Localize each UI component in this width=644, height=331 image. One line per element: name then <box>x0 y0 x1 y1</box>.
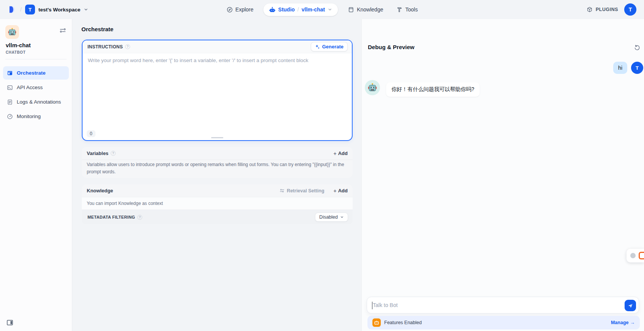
retrieval-setting-button[interactable]: Retrieval Setting <box>280 188 324 193</box>
app-operations-icon[interactable] <box>60 27 66 34</box>
restart-conversation-icon[interactable] <box>634 44 641 51</box>
robot-icon <box>269 6 275 13</box>
window-layout-icon <box>7 70 13 76</box>
app-avatar[interactable] <box>5 25 19 39</box>
sidebar-item-logs-annotations[interactable]: Logs & Annotations <box>3 95 69 109</box>
arrow-right-icon: → <box>630 320 635 325</box>
sidebar-item-label: Monitoring <box>17 114 41 119</box>
nav-plugins-label: PLUGINS <box>596 7 618 12</box>
nav-explore[interactable]: Explore <box>222 6 258 13</box>
nav-studio-label: Studio <box>278 6 295 13</box>
slash-separator: / <box>297 6 299 13</box>
workspace-name[interactable]: test's Workspace <box>38 7 80 13</box>
package-icon <box>587 6 593 13</box>
explore-icon <box>226 6 233 13</box>
user-chat-avatar: T <box>631 62 643 74</box>
terminal-icon <box>7 85 13 91</box>
sidebar-item-label: API Access <box>17 85 43 90</box>
assistant-message-bubble: 你好！有什么问题我可以帮助你吗? <box>386 82 480 97</box>
plus-icon: + <box>334 150 337 157</box>
nav-tools[interactable]: Tools <box>391 6 422 13</box>
help-icon[interactable]: ? <box>137 215 142 220</box>
add-variable-label: Add <box>338 150 348 156</box>
retrieval-sliders-icon <box>280 188 285 193</box>
robot-emoji-icon <box>367 83 377 93</box>
variables-panel: Variables ? + Add Variables allow users … <box>82 147 353 178</box>
send-button[interactable] <box>625 300 636 311</box>
features-enabled-bar[interactable]: Features Enabled Manage → <box>367 316 640 329</box>
debug-preview-title: Debug & Preview <box>368 44 415 50</box>
manage-features-link[interactable]: Manage → <box>611 320 635 325</box>
sidebar-app-name: vllm-chat <box>6 42 31 48</box>
top-navigation: / T test's Workspace Explore Studio / vl… <box>0 0 644 19</box>
collapse-sidebar-icon[interactable] <box>6 319 14 326</box>
slash-separator: / <box>20 6 22 13</box>
char-count-badge: 0 <box>87 130 95 137</box>
sidebar-divider <box>5 59 67 59</box>
workspace-switcher[interactable]: / T test's Workspace <box>8 5 88 14</box>
app-sidebar: vllm-chat CHATBOT Orchestrate API Access <box>0 19 72 331</box>
instructions-label: INSTRUCTIONS <box>87 44 123 50</box>
knowledge-label: Knowledge <box>87 188 113 193</box>
page-title: Orchestrate <box>81 26 113 32</box>
chevron-down-icon[interactable] <box>328 7 332 12</box>
add-variable-button[interactable]: + Add <box>334 150 348 157</box>
chevron-down-icon[interactable] <box>84 7 88 12</box>
sidebar-item-label: Orchestrate <box>17 70 46 76</box>
chat-message-assistant: 你好！有什么问题我可以帮助你吗? <box>365 80 480 97</box>
user-avatar[interactable]: T <box>624 3 636 16</box>
prompt-textarea[interactable] <box>84 54 351 126</box>
nav-right-group: PLUGINS T <box>587 3 636 16</box>
nav-knowledge-label: Knowledge <box>357 6 383 13</box>
book-icon <box>348 6 354 13</box>
generate-button[interactable]: Generate <box>311 42 348 51</box>
help-icon[interactable]: ? <box>111 151 116 156</box>
resize-drag-handle[interactable] <box>211 137 223 138</box>
features-enabled-label: Features Enabled <box>384 320 422 325</box>
sparkle-icon <box>315 44 320 49</box>
text-caret <box>372 302 372 309</box>
features-robot-icon <box>372 318 381 327</box>
sidebar-app-type-badge: CHATBOT <box>6 50 25 54</box>
retrieval-setting-label: Retrieval Setting <box>287 188 324 193</box>
nav-current-app-name: vllm-chat <box>302 6 325 13</box>
nav-tools-label: Tools <box>405 6 418 13</box>
add-knowledge-label: Add <box>338 188 348 193</box>
variables-description: Variables allow users to introduce promp… <box>82 160 353 175</box>
knowledge-header: Knowledge Retrieval Setting + Add <box>82 184 353 197</box>
sidebar-item-api-access[interactable]: API Access <box>3 81 69 94</box>
send-icon <box>628 303 633 309</box>
dify-logo[interactable] <box>8 5 17 14</box>
manage-label: Manage <box>611 320 629 325</box>
metadata-filtering-value: Disabled <box>319 214 338 220</box>
nav-plugins[interactable]: PLUGINS <box>587 6 618 13</box>
floating-helper-widget[interactable] <box>627 249 644 262</box>
dify-app-window: / T test's Workspace Explore Studio / vl… <box>0 0 644 331</box>
instructions-header: INSTRUCTIONS ? Generate <box>83 40 352 53</box>
robot-emoji-icon <box>8 27 17 37</box>
nav-studio-current-app[interactable]: Studio / vllm-chat <box>263 3 338 16</box>
nav-explore-label: Explore <box>235 6 253 13</box>
debug-preview-panel: Debug & Preview hi T <box>361 19 644 331</box>
chat-input-container <box>367 297 639 313</box>
add-knowledge-button[interactable]: + Add <box>334 188 348 194</box>
metadata-filtering-dropdown[interactable]: Disabled <box>315 213 348 222</box>
sidebar-item-label: Logs & Annotations <box>17 99 61 105</box>
help-icon[interactable]: ? <box>125 44 130 49</box>
sidebar-item-orchestrate[interactable]: Orchestrate <box>3 66 69 80</box>
variables-label: Variables <box>87 150 108 156</box>
instructions-panel: INSTRUCTIONS ? Generate 0 <box>82 40 353 141</box>
chat-input[interactable] <box>367 297 639 313</box>
nav-knowledge[interactable]: Knowledge <box>343 6 388 13</box>
primary-nav: Explore Studio / vllm-chat Knowledge <box>222 0 422 19</box>
generate-label: Generate <box>322 44 343 50</box>
workspace-avatar[interactable]: T <box>25 5 35 14</box>
metadata-filtering-row: METADATA FILTERING ? Disabled <box>82 210 353 224</box>
hammer-icon <box>396 6 402 13</box>
helper-logo-icon <box>639 252 644 259</box>
sidebar-menu: Orchestrate API Access Logs & Annotation… <box>3 66 69 123</box>
sidebar-item-monitoring[interactable]: Monitoring <box>3 110 69 123</box>
user-message-bubble: hi <box>613 62 627 74</box>
plus-icon: + <box>334 188 337 194</box>
chat-message-user: hi T <box>613 62 643 74</box>
